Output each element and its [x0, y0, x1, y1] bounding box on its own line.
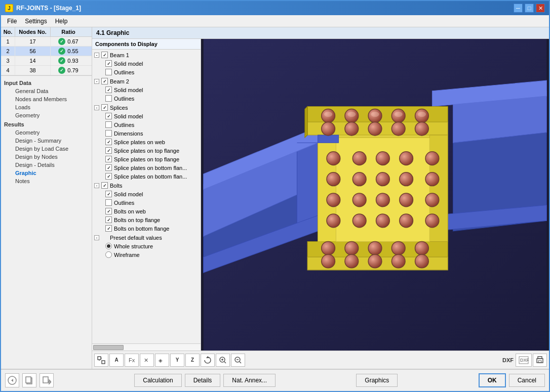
tree-checkbox[interactable] — [105, 86, 112, 93]
tree-checkbox-bolts[interactable] — [101, 182, 108, 189]
tree-checkbox[interactable] — [105, 225, 112, 232]
tree-child[interactable]: Splice plates on top flange — [92, 146, 201, 155]
tree-radio-whole[interactable] — [105, 243, 112, 249]
tree-child[interactable]: Outlines — [92, 94, 201, 103]
ok-button[interactable]: OK — [479, 373, 506, 387]
toolbar-zoom-out[interactable] — [231, 354, 245, 367]
tree-child[interactable]: Wireframe — [92, 250, 201, 259]
nav-design-nodes[interactable]: Design by Nodes — [11, 153, 90, 161]
tree-child[interactable]: Solid model — [92, 112, 201, 120]
toolbar-view-z[interactable]: Z — [185, 354, 200, 367]
tree-expander-bolts[interactable]: - — [94, 183, 99, 188]
menu-file[interactable]: File — [3, 17, 21, 26]
tree-checkbox[interactable] — [105, 139, 112, 145]
table-row[interactable]: 4 38 0.79 — [1, 66, 92, 75]
nav-nodes-members[interactable]: Nodes and Members — [11, 95, 90, 103]
tree-child[interactable]: Dimensions — [92, 129, 201, 138]
tree-checkbox[interactable] — [105, 147, 112, 154]
toolbar-rotate[interactable] — [201, 354, 215, 367]
tree-checkbox[interactable] — [105, 173, 112, 180]
tree-checkbox[interactable] — [105, 191, 112, 197]
3d-viewport[interactable] — [201, 39, 549, 351]
toolbar-fit-all[interactable] — [94, 354, 108, 367]
tree-expander-beam1[interactable]: - — [94, 53, 99, 58]
minimize-button[interactable]: ─ — [514, 4, 523, 13]
scroll-thumb[interactable] — [93, 345, 124, 350]
tree-checkbox[interactable] — [105, 113, 112, 119]
calculation-button[interactable]: Calculation — [134, 374, 181, 387]
tree-expander-preset[interactable]: - — [94, 235, 99, 240]
tree-radio-wireframe[interactable] — [105, 251, 112, 258]
graphics-button[interactable]: Graphics — [356, 374, 398, 387]
nav-general-data[interactable]: General Data — [11, 87, 90, 95]
tree-child[interactable]: Outlines — [92, 120, 201, 129]
tree-child[interactable]: Solid model — [92, 59, 201, 68]
tree-child[interactable]: Bolts on top flange — [92, 215, 201, 224]
tree-group-header-bolts[interactable]: - Bolts — [92, 181, 201, 190]
toolbar-print[interactable] — [533, 354, 547, 367]
menu-settings[interactable]: Settings — [21, 17, 51, 26]
tree-checkbox[interactable] — [105, 130, 112, 137]
table-row[interactable]: 1 17 0.67 — [1, 37, 92, 47]
tree-child[interactable]: Whole structure — [92, 242, 201, 250]
tree-checkbox[interactable] — [105, 164, 112, 171]
nav-design-load-case[interactable]: Design by Load Case — [11, 145, 90, 153]
tree-child[interactable]: Outlines — [92, 68, 201, 76]
maximize-button[interactable]: □ — [525, 4, 534, 13]
tree-child[interactable]: Splice plates on top flange — [92, 155, 201, 163]
menu-help[interactable]: Help — [51, 17, 72, 26]
tree-child[interactable]: Outlines — [92, 198, 201, 207]
nat-annex-button[interactable]: Nat. Annex... — [223, 374, 276, 387]
tree-checkbox-beam2[interactable] — [101, 78, 108, 84]
tree-group-header-preset[interactable]: - Preset default values — [92, 233, 201, 242]
back-icon[interactable] — [5, 373, 19, 387]
svg-text:DXF: DXF — [520, 358, 529, 363]
tree-child[interactable]: Splice plates on web — [92, 138, 201, 146]
tree-child[interactable]: Bolts on bottom flange — [92, 224, 201, 233]
toolbar-view-a[interactable]: A — [109, 354, 124, 367]
horizontal-scrollbar[interactable] — [92, 343, 201, 351]
tree-checkbox-beam1[interactable] — [101, 52, 108, 58]
tree-group-beam2: - Beam 2 Solid model Outlines — [92, 77, 201, 103]
tree-child[interactable]: Solid model — [92, 85, 201, 94]
tree-child[interactable]: Bolts on web — [92, 207, 201, 215]
tree-child[interactable]: Splice plates on bottom flan... — [92, 163, 201, 172]
tree-checkbox[interactable] — [105, 95, 112, 102]
table-row[interactable]: 2 56 0.55 — [1, 47, 92, 56]
tree-checkbox[interactable] — [105, 208, 112, 214]
nav-geometry[interactable]: Geometry — [11, 111, 90, 119]
tree-checkbox[interactable] — [105, 156, 112, 162]
nav-design-details[interactable]: Design - Details — [11, 161, 90, 169]
tree-checkbox-splices[interactable] — [101, 104, 108, 111]
nav-geometry-result[interactable]: Geometry — [11, 128, 90, 137]
nav-design-summary[interactable]: Design - Summary — [11, 137, 90, 145]
nav-loads[interactable]: Loads — [11, 103, 90, 111]
tree-checkbox[interactable] — [105, 199, 112, 206]
toolbar-view-x[interactable]: ✕ — [140, 354, 154, 367]
toolbar-view-y[interactable]: Y — [170, 354, 184, 367]
toolbar-zoom-window[interactable] — [216, 354, 230, 367]
close-button[interactable]: ✕ — [536, 4, 545, 13]
tree-child[interactable]: Solid model — [92, 190, 201, 198]
tree-group-header-splices[interactable]: - Splices — [92, 103, 201, 112]
cell-ratio-1: 0.67 — [51, 37, 86, 46]
toolbar-view-front[interactable]: ◈ — [155, 354, 169, 367]
details-button[interactable]: Details — [185, 374, 221, 387]
tree-checkbox[interactable] — [105, 60, 112, 67]
copy-icon[interactable] — [22, 373, 36, 387]
export-icon[interactable] — [40, 373, 54, 387]
tree-child[interactable]: Splice plates on bottom flan... — [92, 172, 201, 181]
nav-graphic[interactable]: Graphic — [11, 169, 90, 177]
toolbar-view-fx[interactable]: Fx — [125, 354, 139, 367]
toolbar-dxf-export[interactable]: DXF — [516, 354, 532, 367]
tree-expander-splices[interactable]: - — [94, 105, 99, 110]
tree-expander-beam2[interactable]: - — [94, 79, 99, 84]
tree-checkbox[interactable] — [105, 121, 112, 128]
tree-group-header-beam2[interactable]: - Beam 2 — [92, 77, 201, 85]
tree-checkbox[interactable] — [105, 69, 112, 75]
table-row[interactable]: 3 14 0.93 — [1, 56, 92, 66]
nav-notes[interactable]: Notes — [11, 177, 90, 185]
tree-checkbox[interactable] — [105, 216, 112, 223]
tree-group-header-beam1[interactable]: - Beam 1 — [92, 51, 201, 59]
cancel-button[interactable]: Cancel — [509, 374, 545, 387]
